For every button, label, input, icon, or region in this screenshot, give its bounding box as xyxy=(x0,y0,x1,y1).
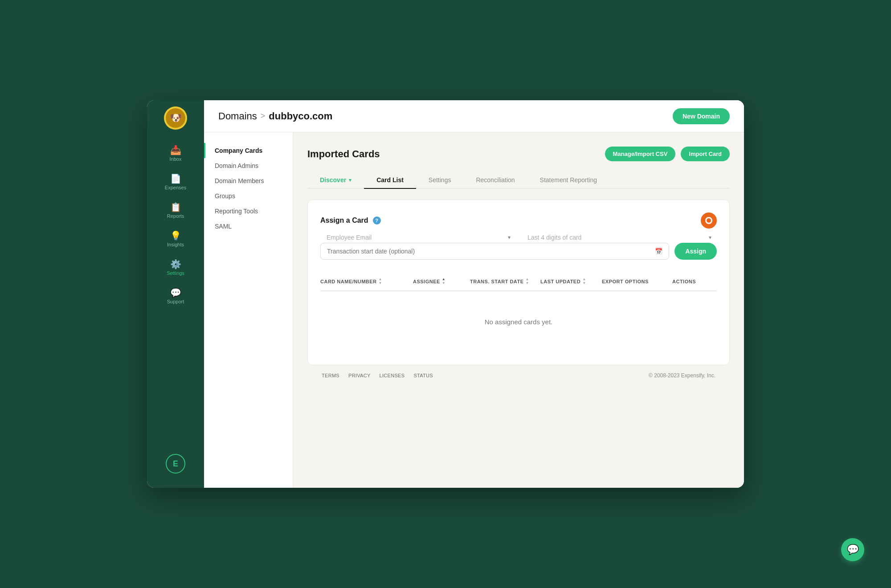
footer-licenses-link[interactable]: LICENSES xyxy=(380,373,405,378)
footer-terms-link[interactable]: TERMS xyxy=(322,373,339,378)
page-content: Imported Cards Manage/Import CSV Import … xyxy=(293,132,744,488)
sidebar-item-support[interactable]: 💬 Support xyxy=(147,282,204,310)
import-card-button[interactable]: Import Card xyxy=(681,147,730,161)
new-domain-button[interactable]: New Domain xyxy=(673,108,730,124)
tab-settings[interactable]: Settings xyxy=(416,172,464,189)
chat-button[interactable]: 💬 xyxy=(841,538,864,561)
transaction-start-date-input[interactable] xyxy=(327,248,651,255)
left-nav-reporting-tools[interactable]: Reporting Tools xyxy=(204,204,293,219)
support-icon: 💬 xyxy=(170,288,181,297)
header-actions: Manage/Import CSV Import Card xyxy=(605,147,730,161)
tab-reconciliation[interactable]: Reconciliation xyxy=(463,172,527,189)
assign-card-title: Assign a Card xyxy=(320,216,368,225)
chevron-down-icon: ▾ xyxy=(349,177,351,183)
left-nav-company-cards[interactable]: Company Cards xyxy=(204,143,293,158)
orange-dot-container xyxy=(701,212,717,229)
insights-icon: 💡 xyxy=(170,231,181,240)
tab-card-list[interactable]: Card List xyxy=(364,172,416,189)
th-export-label: EXPORT OPTIONS xyxy=(602,279,649,284)
left-nav-domain-admins[interactable]: Domain Admins xyxy=(204,158,293,173)
discover-label: Discover xyxy=(320,176,346,184)
calendar-icon: 📅 xyxy=(655,248,662,255)
sidebar-label-reports: Reports xyxy=(167,213,184,219)
page-title: Imported Cards xyxy=(307,148,380,160)
footer: TERMS PRIVACY LICENSES STATUS © 2008-202… xyxy=(307,365,730,386)
expenses-icon: 📄 xyxy=(170,174,181,183)
sidebar-label-inbox: Inbox xyxy=(170,156,182,162)
sidebar-item-inbox[interactable]: 📥 Inbox xyxy=(147,139,204,168)
th-card-name: CARD NAME/NUMBER ▲▼ xyxy=(320,278,409,285)
inbox-icon: 📥 xyxy=(170,146,181,155)
sidebar-label-insights: Insights xyxy=(167,242,184,247)
table-container: CARD NAME/NUMBER ▲▼ ASSIGNEE ▲▼ xyxy=(320,272,717,352)
left-nav: Company Cards Domain Admins Domain Membe… xyxy=(204,132,293,488)
th-trans-start-date: TRANS. START DATE ▲▼ xyxy=(470,278,537,285)
sidebar: 🐶 📥 Inbox 📄 Expenses 📋 Reports 💡 Insight… xyxy=(147,100,204,488)
breadcrumb-root: Domains xyxy=(218,110,257,122)
main-content: Domains > dubbyco.com New Domain Company… xyxy=(204,100,744,488)
sort-icon-updated[interactable]: ▲▼ xyxy=(582,278,586,285)
assign-form-row-2: 📅 Assign xyxy=(320,243,717,260)
breadcrumb-separator: > xyxy=(261,111,266,121)
reports-icon: 📋 xyxy=(170,203,181,212)
assign-card-header: Assign a Card ? xyxy=(320,212,717,229)
footer-privacy-link[interactable]: PRIVACY xyxy=(348,373,371,378)
date-input-wrapper: 📅 xyxy=(320,243,669,260)
footer-status-link[interactable]: STATUS xyxy=(413,373,433,378)
sidebar-label-settings: Settings xyxy=(167,270,184,276)
th-trans-label: TRANS. START DATE xyxy=(470,279,524,284)
th-assignee-label: ASSIGNEE xyxy=(413,279,440,284)
help-icon[interactable]: ? xyxy=(373,216,381,225)
th-card-name-label: CARD NAME/NUMBER xyxy=(320,279,377,284)
sidebar-logo: 🐶 xyxy=(147,100,204,136)
top-header: Domains > dubbyco.com New Domain xyxy=(204,100,744,132)
sort-icon-card-name[interactable]: ▲▼ xyxy=(379,278,382,285)
sort-icon-trans[interactable]: ▲▼ xyxy=(526,278,529,285)
orange-dot xyxy=(701,212,717,229)
sidebar-label-expenses: Expenses xyxy=(165,185,186,190)
th-export-options: EXPORT OPTIONS xyxy=(602,278,669,285)
content-area: Company Cards Domain Admins Domain Membe… xyxy=(204,132,744,488)
chat-icon: 💬 xyxy=(847,544,859,555)
tab-discover[interactable]: Discover ▾ xyxy=(307,172,364,189)
sidebar-item-expenses[interactable]: 📄 Expenses xyxy=(147,168,204,196)
sidebar-bottom: E xyxy=(159,447,192,481)
orange-dot-inner xyxy=(705,217,712,224)
user-badge[interactable]: E xyxy=(166,454,185,474)
empty-message: No assigned cards yet. xyxy=(485,318,553,326)
left-nav-saml[interactable]: SAML xyxy=(204,219,293,234)
th-actions: ACTIONS xyxy=(672,278,717,285)
footer-copyright: © 2008-2023 Expensify, Inc. xyxy=(649,372,715,379)
sidebar-label-support: Support xyxy=(167,299,184,304)
assign-button[interactable]: Assign xyxy=(674,243,717,260)
app-window: 🐶 📥 Inbox 📄 Expenses 📋 Reports 💡 Insight… xyxy=(147,100,744,488)
page-header: Imported Cards Manage/Import CSV Import … xyxy=(307,147,730,161)
footer-links: TERMS PRIVACY LICENSES STATUS xyxy=(322,373,433,378)
logo-inner: 🐶 xyxy=(166,108,185,128)
sidebar-item-insights[interactable]: 💡 Insights xyxy=(147,225,204,253)
settings-icon: ⚙️ xyxy=(170,260,181,269)
sidebar-nav: 📥 Inbox 📄 Expenses 📋 Reports 💡 Insights … xyxy=(147,136,204,447)
manage-csv-button[interactable]: Manage/Import CSV xyxy=(605,147,676,161)
breadcrumb: Domains > dubbyco.com xyxy=(218,110,332,122)
th-last-updated: LAST UPDATED ▲▼ xyxy=(540,278,598,285)
th-actions-label: ACTIONS xyxy=(672,279,696,284)
breadcrumb-domain: dubbyco.com xyxy=(269,110,332,122)
sidebar-item-reports[interactable]: 📋 Reports xyxy=(147,196,204,225)
th-assignee: ASSIGNEE ▲▼ xyxy=(413,278,466,285)
left-nav-domain-members[interactable]: Domain Members xyxy=(204,173,293,188)
table-header: CARD NAME/NUMBER ▲▼ ASSIGNEE ▲▼ xyxy=(320,272,717,291)
left-nav-groups[interactable]: Groups xyxy=(204,188,293,204)
empty-state: No assigned cards yet. xyxy=(320,291,717,352)
tab-statement-reporting[interactable]: Statement Reporting xyxy=(527,172,609,189)
tabs-container: Discover ▾ Card List Settings Reconcilia… xyxy=(307,172,730,189)
th-last-updated-label: LAST UPDATED xyxy=(540,279,580,284)
card-section: Assign a Card ? ▾ xyxy=(307,200,730,365)
sidebar-item-settings[interactable]: ⚙️ Settings xyxy=(147,253,204,282)
sort-icon-assignee[interactable]: ▲▼ xyxy=(442,278,446,285)
logo-circle: 🐶 xyxy=(164,106,187,130)
